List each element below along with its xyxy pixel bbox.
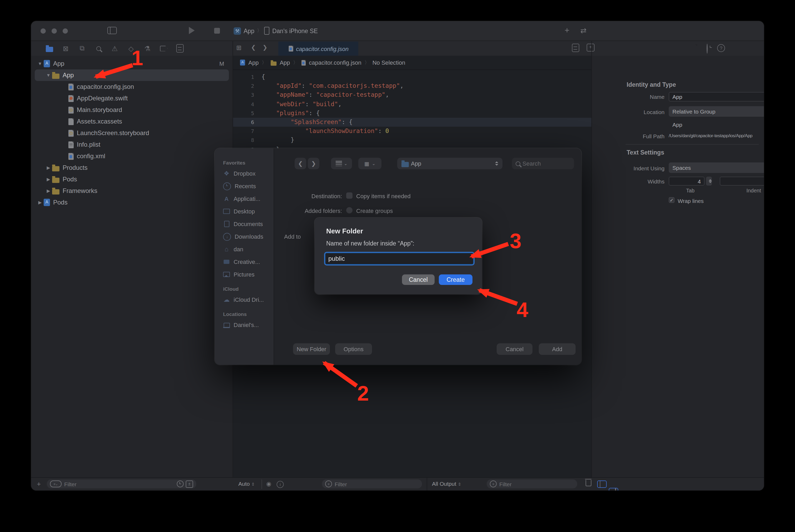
forward-icon[interactable]: ❯: [263, 44, 267, 51]
library-icon[interactable]: ⇄: [580, 26, 586, 35]
symbol-navigator-icon[interactable]: ⧉: [75, 43, 89, 54]
toggle-navigator-icon[interactable]: [107, 27, 117, 34]
sheet-create-button[interactable]: Create: [439, 274, 472, 285]
dialog-add-button[interactable]: Add: [539, 343, 576, 355]
sidebar-item-dan[interactable]: ⌂dan: [215, 243, 274, 255]
find-navigator-icon[interactable]: [92, 43, 105, 54]
new-folder-button[interactable]: New Folder: [293, 343, 330, 355]
scm-filter-icon[interactable]: ±: [186, 480, 193, 488]
breadcrumb-group[interactable]: App: [279, 59, 290, 66]
eye-icon[interactable]: ◉: [266, 480, 271, 487]
tree-item-products[interactable]: ▶Products: [31, 162, 233, 173]
sheet-cancel-button[interactable]: Cancel: [402, 274, 435, 285]
close-button[interactable]: [40, 28, 46, 34]
annotation-number-4: 4: [517, 298, 528, 322]
storyboard-icon: [68, 130, 74, 136]
project-navigator-icon[interactable]: [42, 43, 56, 54]
console-view-selector[interactable]: All Output ⇕: [432, 480, 461, 487]
copy-items-checkbox[interactable]: [346, 192, 353, 199]
toggle-console-icon[interactable]: [609, 488, 618, 491]
sidebar-item-desktop[interactable]: Desktop: [215, 205, 274, 217]
tree-item-launchscreen-storyboard[interactable]: LaunchScreen.storyboard: [31, 127, 233, 139]
navigator-filter[interactable]: ≡⌄ Filter ±: [47, 479, 196, 488]
tree-item-pods[interactable]: ▶Pods: [31, 196, 233, 208]
tree-item-app[interactable]: ▼App: [31, 70, 233, 81]
dialog-search-field[interactable]: Search: [512, 158, 574, 169]
add-item-icon[interactable]: +: [37, 480, 41, 488]
sidebar-item-icloud-dri-[interactable]: ☁iCloud Dri...: [215, 293, 274, 306]
create-groups-radio[interactable]: [346, 207, 353, 213]
console-filter[interactable]: ≡ Filter: [487, 479, 577, 488]
tree-item-frameworks[interactable]: ▶Frameworks: [31, 185, 233, 196]
chevron-down-icon[interactable]: ▼: [36, 61, 44, 66]
editor-tab[interactable]: capacitor.config.json: [278, 41, 358, 56]
chevron-right-icon[interactable]: ▶: [36, 200, 44, 205]
chevron-right-icon[interactable]: ▶: [45, 165, 52, 170]
add-editor-icon[interactable]: +: [586, 44, 595, 52]
recent-files-icon[interactable]: [177, 480, 184, 487]
indent-using-dropdown[interactable]: Spaces: [669, 163, 764, 173]
sidebar-item-documents[interactable]: Documents: [215, 217, 274, 230]
zoom-button[interactable]: [62, 28, 68, 34]
tree-item-label: Assets.xcassets: [77, 118, 122, 125]
history-inspector-icon[interactable]: [707, 44, 708, 54]
sidebar-item-label: dan: [234, 246, 243, 252]
report-navigator-icon[interactable]: [173, 43, 187, 54]
chevron-right-icon[interactable]: ▶: [45, 177, 52, 182]
code-icon: [68, 153, 74, 159]
breadcrumb-file[interactable]: capacitor.config.json: [309, 59, 361, 66]
tree-item-pods[interactable]: ▶Pods: [31, 173, 233, 185]
back-icon[interactable]: ❮: [251, 44, 256, 51]
run-button[interactable]: [189, 27, 195, 34]
chevron-right-icon[interactable]: ▶: [45, 188, 52, 193]
documents-icon: [223, 221, 230, 227]
tree-item-info-plist[interactable]: Info.plist: [31, 139, 233, 150]
quick-help-inspector-icon[interactable]: ?: [717, 44, 725, 54]
sidebar-item-pictures[interactable]: Pictures: [215, 268, 274, 281]
breadcrumb-selection[interactable]: No Selection: [373, 59, 405, 66]
tab-width-stepper[interactable]: [706, 177, 712, 186]
sidebar-item-recents[interactable]: Recents: [215, 180, 274, 192]
issue-navigator-icon[interactable]: ⚠: [108, 43, 122, 54]
list-view-button[interactable]: ⌄: [331, 158, 352, 169]
trash-icon[interactable]: [585, 480, 591, 486]
sidebar-item-applicati-[interactable]: AApplicati...: [215, 192, 274, 205]
breakpoint-navigator-icon[interactable]: [157, 43, 170, 54]
variables-view-selector[interactable]: Auto ⇕: [238, 480, 255, 487]
add-button-icon[interactable]: +: [564, 26, 570, 35]
minimize-button[interactable]: [52, 28, 57, 34]
breadcrumb-project[interactable]: App: [248, 59, 258, 66]
tree-item-appdelegate-swift[interactable]: AppDelegate.swift: [31, 93, 233, 104]
source-control-navigator-icon[interactable]: ⊠: [59, 43, 73, 54]
dialog-cancel-button[interactable]: Cancel: [497, 343, 532, 355]
stop-button[interactable]: [214, 28, 220, 34]
scheme-selector[interactable]: ⚒ App 〉 Dan's iPhone SE: [234, 27, 318, 35]
folder-name-input[interactable]: [325, 254, 473, 263]
divider[interactable]: [591, 41, 592, 491]
code-editor[interactable]: 1{2 "appId": "com.capacitorjs.testapp",3…: [233, 73, 623, 154]
tree-item-config-xml[interactable]: config.xml: [31, 150, 233, 162]
wrap-lines-checkbox[interactable]: ✓: [669, 197, 674, 203]
tree-item-main-storyboard[interactable]: Main.storyboard: [31, 104, 233, 116]
location-dropdown[interactable]: App: [397, 158, 503, 169]
dialog-back-button[interactable]: ❮: [295, 158, 306, 169]
dialog-forward-button[interactable]: ❯: [308, 158, 319, 169]
sidebar-item-dropbox[interactable]: ❖Dropbox: [215, 167, 274, 180]
location-dropdown[interactable]: Relative to Group: [669, 106, 764, 117]
tree-item-assets-xcassets[interactable]: Assets.xcassets: [31, 116, 233, 127]
sidebar-item-daniel-s-[interactable]: Daniel's...: [215, 319, 274, 331]
tab-width-field[interactable]: 4: [669, 177, 705, 186]
icon-view-button[interactable]: ▦⌄: [358, 158, 381, 169]
name-field[interactable]: App: [669, 92, 764, 101]
code-review-icon[interactable]: [572, 44, 579, 52]
sidebar-item-downloads[interactable]: ↓Downloads: [215, 230, 274, 243]
variables-filter[interactable]: ≡ Filter: [322, 479, 422, 488]
editor-grid-icon[interactable]: ⊞: [236, 44, 241, 52]
toggle-variables-icon[interactable]: [597, 480, 607, 488]
sidebar-item-creative-[interactable]: Creative...: [215, 255, 274, 268]
info-icon[interactable]: i: [277, 481, 284, 488]
indent-width-field[interactable]: 4: [720, 177, 764, 186]
tree-item-capacitor-config-json[interactable]: capacitor.config.json: [31, 81, 233, 93]
options-button[interactable]: Options: [335, 343, 372, 355]
chevron-down-icon[interactable]: ▼: [45, 73, 52, 78]
